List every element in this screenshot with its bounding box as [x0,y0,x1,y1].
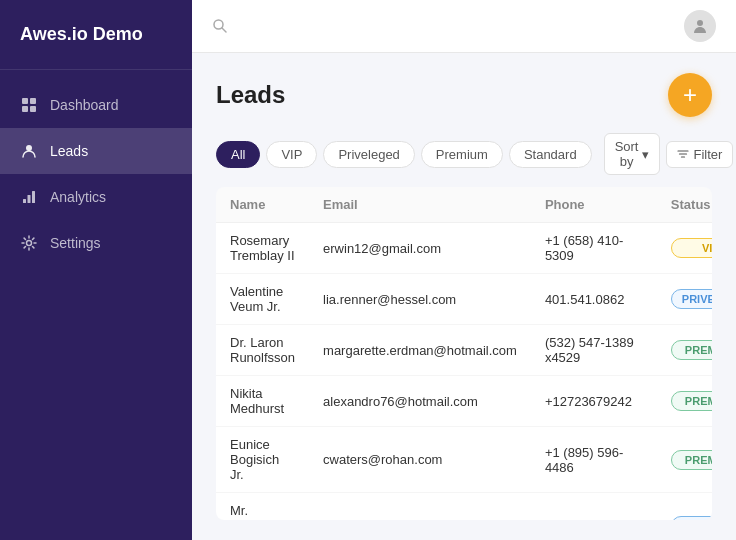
cell-name: Dr. Laron Runolfsson [216,325,309,376]
tab-priveleged[interactable]: Priveleged [323,141,414,168]
topbar [192,0,736,53]
cell-status: VIP [657,223,712,274]
main-content: Leads + All VIP Priveleged Premium Stand… [192,0,736,540]
cell-status: PREMIUM [657,325,712,376]
cell-email: erwin12@gmail.com [309,223,531,274]
svg-rect-7 [32,191,35,203]
app-logo: Awes.io Demo [0,0,192,70]
sort-label: Sort by [615,139,639,169]
status-badge: PREMIUM [671,450,712,470]
table-row[interactable]: Mr. Brennon Cole maida.muller@lakin.biz … [216,493,712,521]
dashboard-icon [20,96,38,114]
col-email: Email [309,187,531,223]
tab-vip[interactable]: VIP [266,141,317,168]
sidebar-item-dashboard-label: Dashboard [50,97,119,113]
cell-name: Nikita Medhurst [216,376,309,427]
status-badge: PREMIUM [671,391,712,411]
sidebar-item-leads[interactable]: Leads [0,128,192,174]
cell-email: cwaters@rohan.com [309,427,531,493]
cell-name: Eunice Bogisich Jr. [216,427,309,493]
status-badge: PRIVELEGED [671,516,712,521]
cell-name: Mr. Brennon Cole [216,493,309,521]
settings-icon [20,234,38,252]
cell-email: lia.renner@hessel.com [309,274,531,325]
cell-status: PRIVELEGED [657,493,712,521]
cell-phone: +12723679242 [531,376,657,427]
cell-phone: 1-823-328-6945 [531,493,657,521]
table-row[interactable]: Valentine Veum Jr. lia.renner@hessel.com… [216,274,712,325]
status-badge: PRIVELEGED [671,289,712,309]
cell-name: Valentine Veum Jr. [216,274,309,325]
svg-rect-2 [22,106,28,112]
svg-rect-5 [23,199,26,203]
sidebar-item-leads-label: Leads [50,143,88,159]
table-row[interactable]: Eunice Bogisich Jr. cwaters@rohan.com +1… [216,427,712,493]
sidebar-item-analytics-label: Analytics [50,189,106,205]
sidebar-item-dashboard[interactable]: Dashboard [0,82,192,128]
cell-email: alexandro76@hotmail.com [309,376,531,427]
svg-rect-1 [30,98,36,104]
page-title: Leads [216,81,285,109]
content-area: Leads + All VIP Priveleged Premium Stand… [192,53,736,540]
sort-button[interactable]: Sort by ▾ [604,133,661,175]
col-phone: Phone [531,187,657,223]
leads-table: Name Email Phone Status Sales Rosemary T… [216,187,712,520]
tab-standard[interactable]: Standard [509,141,592,168]
col-name: Name [216,187,309,223]
svg-point-11 [697,20,703,26]
sidebar-item-settings-label: Settings [50,235,101,251]
svg-rect-3 [30,106,36,112]
table-row[interactable]: Dr. Laron Runolfsson margarette.erdman@h… [216,325,712,376]
cell-name: Rosemary Tremblay II [216,223,309,274]
cell-status: PREMIUM [657,376,712,427]
col-status: Status [657,187,712,223]
cell-status: PREMIUM [657,427,712,493]
status-badge: PREMIUM [671,340,712,360]
svg-rect-0 [22,98,28,104]
cell-phone: 401.541.0862 [531,274,657,325]
search-icon [212,18,228,34]
sidebar-item-analytics[interactable]: Analytics [0,174,192,220]
svg-point-8 [27,241,32,246]
cell-email: margarette.erdman@hotmail.com [309,325,531,376]
svg-line-10 [222,28,226,32]
svg-point-4 [26,145,32,151]
cell-phone: +1 (895) 596-4486 [531,427,657,493]
table-row[interactable]: Rosemary Tremblay II erwin12@gmail.com +… [216,223,712,274]
sidebar-item-settings[interactable]: Settings [0,220,192,266]
svg-rect-6 [28,195,31,203]
avatar[interactable] [684,10,716,42]
chevron-down-icon: ▾ [642,147,649,162]
table-row[interactable]: Nikita Medhurst alexandro76@hotmail.com … [216,376,712,427]
cell-email: maida.muller@lakin.biz [309,493,531,521]
filter-label: Filter [693,147,722,162]
cell-phone: (532) 547-1389 x4529 [531,325,657,376]
sidebar-nav: Dashboard Leads Analytics [0,70,192,278]
cell-phone: +1 (658) 410-5309 [531,223,657,274]
status-badge: VIP [671,238,712,258]
filter-button[interactable]: Filter [666,141,733,168]
search-box[interactable] [212,18,228,34]
page-header: Leads + [216,73,712,117]
sidebar: Awes.io Demo Dashboard Leads [0,0,192,540]
tab-premium[interactable]: Premium [421,141,503,168]
cell-status: PRIVELEGED [657,274,712,325]
add-lead-button[interactable]: + [668,73,712,117]
filter-bar: All VIP Priveleged Premium Standard Sort… [216,133,712,175]
leads-icon [20,142,38,160]
filter-icon [677,148,689,160]
analytics-icon [20,188,38,206]
leads-table-container: Name Email Phone Status Sales Rosemary T… [216,187,712,520]
tab-all[interactable]: All [216,141,260,168]
